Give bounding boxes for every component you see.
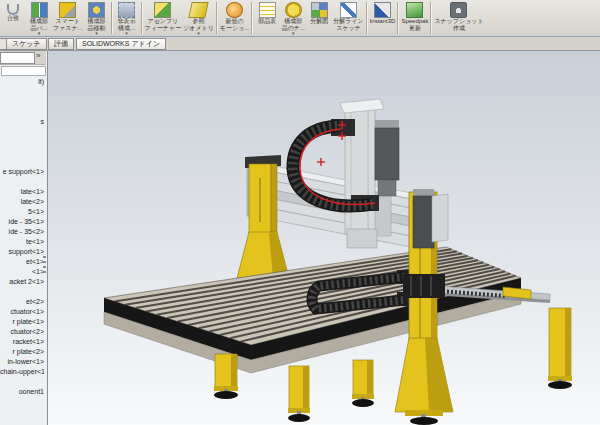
graphics-viewport[interactable] — [48, 51, 600, 425]
compcheck-button[interactable]: 構成部品のチ...▾ — [280, 0, 306, 36]
dropdown-arrow-icon[interactable]: ▾ — [197, 31, 200, 36]
fastener-button[interactable]: スマートファスナ... — [52, 0, 84, 36]
toolbar-button-label: ファスナ... — [53, 25, 83, 32]
toolbar-separator — [430, 2, 432, 34]
actuator-lower-plate — [347, 229, 377, 248]
y-motor-plate — [432, 194, 448, 242]
motion-button[interactable]: 新規のモーショ... — [219, 0, 250, 36]
toolbar-button-label: スケッチ — [336, 25, 361, 32]
snapshot-button[interactable]: スナップショット作成 — [433, 0, 484, 36]
hide-button[interactable]: 非表示構成...▾ — [114, 0, 140, 36]
tree-item[interactable]: ctuator<1> — [0, 307, 44, 317]
tree-item[interactable]: late<2> — [0, 197, 44, 207]
pattern-icon — [31, 2, 48, 18]
tree-item[interactable]: racket<1> — [0, 337, 44, 347]
tree-item[interactable]: te<1> — [0, 237, 44, 247]
panel-splitter-grip[interactable] — [43, 256, 46, 274]
tab-SOLIDWORKS アドイン[interactable]: SOLIDWORKS アドイン — [76, 38, 166, 50]
motor-cap — [375, 120, 399, 128]
pattern-button[interactable]: 構成部品パ...▾ — [26, 0, 52, 36]
toolbar-separator — [141, 2, 143, 34]
move-button[interactable]: 構成部品移動▾ — [84, 0, 110, 36]
tree-item[interactable]: <1> — [0, 267, 44, 277]
compcheck-icon — [285, 2, 302, 18]
explline-icon — [340, 2, 357, 18]
mate-button[interactable]: 合致 — [0, 0, 26, 36]
tree-item[interactable]: s — [0, 117, 44, 127]
fastener-icon — [59, 2, 76, 18]
tree-filter-input[interactable] — [1, 66, 46, 76]
asmfeat-icon — [154, 2, 171, 18]
solidworks-window: { "colors":{ "accent_yellow":"#e3c31c","… — [0, 0, 600, 425]
tree-item[interactable]: et<2> — [0, 297, 44, 307]
chain-clamp — [403, 274, 445, 298]
dropdown-arrow-icon[interactable]: ▾ — [38, 31, 41, 36]
snapshot-icon — [450, 2, 467, 18]
feature-manager-panel: » lt)se support<1>late<1>late<2>5<1>ide … — [0, 51, 48, 425]
explode-button[interactable]: 分解図 — [306, 0, 332, 36]
tree-item[interactable]: late<1> — [0, 187, 44, 197]
toolbar-button-label: Instant3D — [370, 18, 396, 25]
command-manager-toolbar: 合致構成部品パ...▾スマートファスナ...構成部品移動▾非表示構成...▾アセ… — [0, 0, 600, 37]
toolbar-button-label: フィーチャー — [145, 25, 182, 32]
tree-item[interactable]: ide - 35<1> — [0, 217, 44, 227]
tree-item[interactable]: 5<1> — [0, 207, 44, 217]
tree-item[interactable]: oonent1 — [0, 387, 44, 397]
tree-item[interactable]: chain-upper<1> — [0, 367, 44, 377]
toolbar-button-label: 更新 — [409, 25, 421, 32]
toolbar-button-label: 作成 — [453, 25, 465, 32]
dropdown-arrow-icon[interactable]: ▾ — [125, 31, 128, 36]
tree-item[interactable]: e support<1> — [0, 167, 44, 177]
toolbar-separator — [251, 2, 253, 34]
toolbar-button-label: 合致 — [7, 15, 19, 22]
tree-item[interactable]: ctuator<2> — [0, 327, 44, 337]
tab-スケッチ[interactable]: スケッチ — [6, 38, 47, 50]
dropdown-arrow-icon[interactable]: ▾ — [292, 31, 295, 36]
speedpak-icon — [406, 2, 423, 18]
bom-button[interactable]: 部品表 — [254, 0, 280, 36]
tree-item[interactable]: in-lower<1> — [0, 357, 44, 367]
refgeo-button[interactable]: 参照ジオメトリ▾ — [182, 0, 215, 36]
toolbar-separator — [366, 2, 368, 34]
instant3d-button[interactable]: Instant3D — [369, 0, 397, 36]
speedpak-button[interactable]: Speedpak更新 — [400, 0, 429, 36]
toolbar-button-label: 部品表 — [258, 18, 276, 25]
explode-icon — [311, 2, 328, 18]
hide-icon — [118, 2, 135, 18]
asmfeat-button[interactable]: アセンブリフィーチャー — [144, 0, 183, 36]
dropdown-arrow-icon[interactable]: ▾ — [95, 31, 98, 36]
feature-manager-tab[interactable] — [0, 52, 35, 64]
bom-icon — [259, 2, 276, 18]
tree-item[interactable]: ide - 35<2> — [0, 227, 44, 237]
toolbar-button-label: 分解図 — [310, 18, 328, 25]
tree-item[interactable]: et<1> — [0, 257, 44, 267]
y-motor-cap — [413, 189, 434, 196]
tree-item[interactable]: r plate<1> — [0, 317, 44, 327]
right-column-foot — [410, 417, 438, 425]
command-manager-tab-row: ·▾▾·▾▾·▾ スケッチ評価SOLIDWORKS アドイン — [0, 37, 600, 51]
instant3d-icon — [374, 2, 391, 18]
move-icon — [88, 2, 105, 18]
motion-icon — [226, 2, 243, 18]
tab-評価[interactable]: 評価 — [48, 38, 74, 50]
tree-item[interactable]: lt) — [0, 77, 44, 87]
mate-icon — [7, 4, 19, 15]
toolbar-button-label: モーショ... — [220, 25, 249, 32]
tree-item[interactable]: support<1> — [0, 247, 44, 257]
z-motor — [375, 128, 399, 180]
refgeo-icon — [188, 2, 208, 18]
motor-coupler — [378, 180, 396, 196]
toolbar-separator — [216, 2, 218, 34]
panel-overflow-chevron[interactable]: » — [36, 51, 40, 60]
tree-item[interactable]: r plate<2> — [0, 347, 44, 357]
explline-button[interactable]: 分解ラインスケッチ — [332, 0, 364, 36]
toolbar-separator — [111, 2, 113, 34]
tree-item[interactable]: acket 2<1> — [0, 277, 44, 287]
y-motor — [413, 196, 434, 248]
gantry-machine-model — [48, 51, 600, 425]
panel-tab-bar: » — [0, 51, 46, 65]
actuator-top-cap — [340, 99, 384, 113]
feature-tree: lt)se support<1>late<1>late<2>5<1>ide - … — [0, 77, 46, 425]
toolbar-separator — [397, 2, 399, 34]
